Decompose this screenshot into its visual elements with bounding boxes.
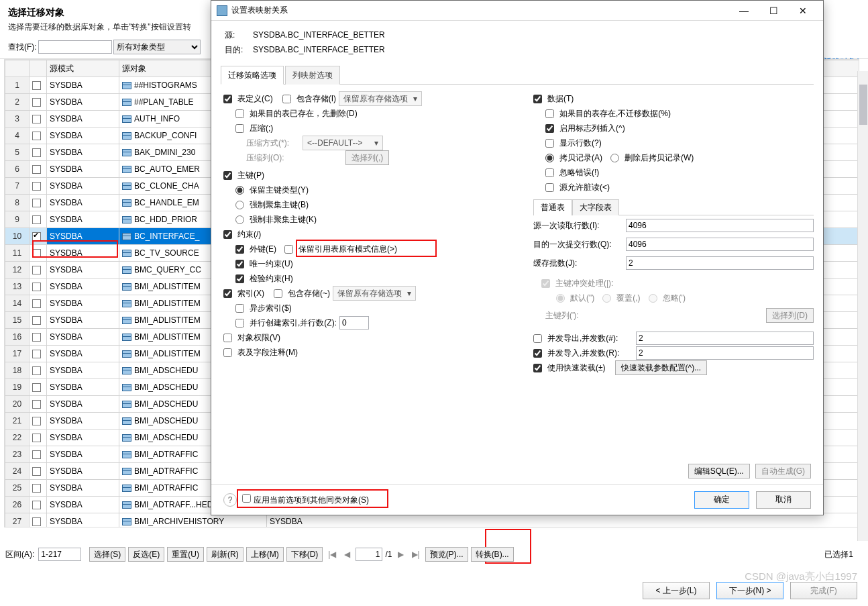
refresh-button[interactable]: 刷新(R) [207,547,243,562]
chk-show-rows[interactable] [545,139,554,148]
row-checkbox[interactable] [30,446,47,463]
row-checkbox[interactable] [30,396,47,413]
row-checkbox[interactable] [30,211,47,228]
row-checkbox[interactable] [30,178,47,195]
chk-del-if-exists[interactable] [235,109,244,118]
chk-dirty-read[interactable] [545,183,554,192]
row-checkbox[interactable] [30,413,47,430]
preview-button[interactable]: 预览(P)... [425,547,468,562]
chk-comment[interactable] [223,348,232,357]
row-checkbox[interactable] [30,111,47,128]
minimize-icon[interactable]: ― [729,1,759,20]
chk-data[interactable] [533,95,542,103]
row-checkbox[interactable] [30,195,47,211]
find-input[interactable] [38,40,112,54]
btn-pk-cols: 选择列(D) [766,308,814,323]
row-checkbox[interactable] [30,144,47,161]
chk-index[interactable] [223,289,232,298]
chk-fk-keep-schema[interactable] [284,245,293,254]
input-commit-rows[interactable] [626,238,814,251]
row-checkbox[interactable] [30,497,47,513]
row-checkbox[interactable] [30,161,47,178]
chk-incl-storage2[interactable] [274,289,282,298]
input-parallel-n[interactable] [339,316,369,330]
row-checkbox[interactable] [30,463,47,480]
row-checkbox[interactable] [30,379,47,396]
combo-storage1[interactable]: 保留原有存储选项 [339,91,422,106]
rad-del-copy[interactable] [610,154,619,162]
row-checkbox[interactable] [30,94,47,111]
reset-button[interactable]: 重置(U) [167,547,204,562]
wizard-prev-button[interactable]: < 上一步(L) [643,582,710,599]
convert-button[interactable]: 转换(B)... [471,547,514,562]
row-checkbox[interactable] [30,262,47,279]
row-checkbox[interactable] [30,128,47,144]
close-icon[interactable]: ✕ [788,1,818,20]
chk-ignore-err[interactable] [545,168,554,177]
tab-strategy[interactable]: 迁移策略选项 [221,66,284,85]
input-cache[interactable] [626,256,814,270]
chk-async-index[interactable] [235,304,244,313]
subtab-normal[interactable]: 普通表 [533,199,572,215]
wizard-next-button[interactable]: 下一步(N) > [716,582,783,599]
page-input[interactable] [356,548,382,561]
maximize-icon[interactable]: ☐ [759,1,788,20]
moveup-button[interactable]: 上移(M) [246,547,284,562]
rad-copy[interactable] [545,154,554,162]
chk-fk[interactable] [235,245,244,254]
combo-storage2[interactable]: 保留原有存储选项 [333,286,416,301]
nav-prev-icon[interactable]: ◀ [341,550,353,559]
range-input[interactable] [38,548,81,561]
chk-parallel-index[interactable] [235,319,244,327]
row-checkbox[interactable] [30,480,47,497]
btn-fast-load-cfg[interactable]: 快速装载参数配置(^)... [615,360,708,375]
row-checkbox[interactable] [30,279,47,295]
chk-compress[interactable] [235,124,244,133]
row-checkbox[interactable] [30,329,47,346]
chk-constraint[interactable] [223,230,232,239]
chk-fast-load[interactable] [533,364,542,372]
row-checkbox[interactable] [30,430,47,446]
ok-button[interactable]: 确定 [694,491,749,509]
row-checkbox[interactable] [30,312,47,329]
subtab-lob[interactable]: 大字段表 [572,199,619,215]
rad-pk-noncluster[interactable] [235,215,244,224]
chk-skip-if-exist[interactable] [545,109,554,118]
chk-incl-storage1[interactable] [282,95,291,103]
row-checkbox[interactable] [30,346,47,362]
movedown-button[interactable]: 下移(D) [286,547,323,562]
cancel-button[interactable]: 取消 [756,491,811,509]
chk-apply-others[interactable] [242,494,251,503]
select-button[interactable]: 选择(S) [89,547,125,562]
tab-column-mapping[interactable]: 列映射选项 [285,66,340,85]
nav-last-icon[interactable]: ▶| [409,550,423,559]
help-icon[interactable]: ? [223,493,237,507]
col-checkbox[interactable] [30,60,47,77]
rad-pk-keep[interactable] [235,186,244,195]
object-type-filter[interactable]: 所有对象类型 [113,40,201,54]
chk-unique[interactable] [235,260,244,268]
chk-enable-ident[interactable] [545,124,554,133]
chk-table-def[interactable] [223,95,232,103]
invert-button[interactable]: 反选(E) [128,547,164,562]
input-par-import[interactable] [636,346,814,360]
chk-pk[interactable] [223,171,232,180]
chk-check[interactable] [235,274,244,283]
chk-par-export[interactable] [533,334,542,343]
row-checkbox[interactable] [30,513,47,528]
nav-next-icon[interactable]: ▶ [395,550,406,559]
row-checkbox[interactable] [30,362,47,379]
input-read-rows[interactable] [626,219,814,232]
scrollbar-vertical[interactable] [857,71,868,541]
btn-edit-sql[interactable]: 编辑SQL(E)... [688,464,750,478]
row-checkbox[interactable] [30,245,47,262]
chk-par-import[interactable] [533,349,542,358]
row-checkbox[interactable] [30,77,47,94]
row-checkbox[interactable] [30,295,47,312]
col-schema[interactable]: 源模式 [47,60,119,77]
chk-obj-priv[interactable] [223,334,232,342]
row-checkbox[interactable] [30,228,47,245]
rad-pk-cluster[interactable] [235,201,244,209]
nav-first-icon[interactable]: |◀ [325,550,339,559]
input-par-export[interactable] [636,332,814,345]
